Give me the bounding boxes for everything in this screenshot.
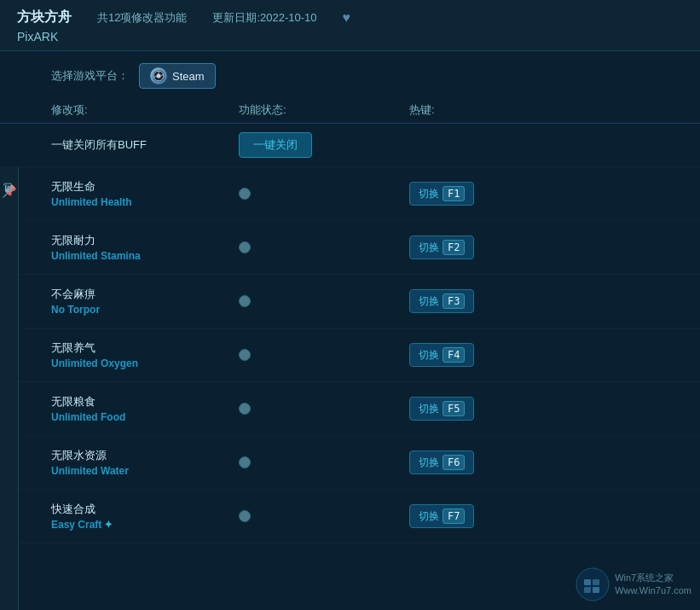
table-row: 无限粮食 Unlimited Food 切换 F5 — [19, 382, 700, 436]
watermark-text: Win7系统之家 Www.Win7u7.com — [615, 572, 691, 598]
table-header: 修改项: 功能状态: 热键: — [0, 97, 700, 124]
hotkey-button[interactable]: 切换 F7 — [409, 504, 474, 528]
hotkey-key: F7 — [443, 508, 465, 524]
hotkey-button[interactable]: 切换 F1 — [409, 182, 474, 206]
toggle-dot[interactable] — [239, 241, 251, 253]
side-tab[interactable]: 📌 角色 — [0, 167, 19, 610]
pin-icon: 📌 — [2, 184, 16, 198]
kill-switch-row: 一键关闭所有BUFF 一键关闭 — [0, 124, 700, 167]
mod-name-en: No Torpor — [51, 304, 239, 316]
hotkey-button[interactable]: 切换 F2 — [409, 235, 474, 259]
mod-info: 无限粮食 Unlimited Food — [51, 394, 239, 423]
mod-name-en: Unlimited Food — [51, 411, 239, 423]
svg-rect-3 — [584, 579, 591, 585]
header-top: 方块方舟 共12项修改器功能 更新日期:2022-10-10 ♥ — [17, 9, 683, 26]
mod-name-cn: 无限生命 — [51, 179, 239, 195]
mod-name-cn: 快速合成 — [51, 502, 239, 517]
mod-info: 无限生命 Unlimited Health — [51, 179, 239, 208]
mod-toggle-area — [239, 456, 409, 468]
table-row: 无限生命 Unlimited Health 切换 F1 — [19, 167, 700, 221]
toggle-dot[interactable] — [239, 349, 251, 361]
col-hotkey-header: 热键: — [409, 102, 683, 118]
kill-switch-status: 一键关闭 — [239, 132, 409, 158]
svg-rect-6 — [593, 587, 599, 593]
mod-hotkey-area: 切换 F7 — [409, 504, 683, 528]
mod-hotkey-area: 切换 F1 — [409, 182, 683, 206]
hotkey-button[interactable]: 切换 F6 — [409, 450, 474, 474]
app-header: 方块方舟 共12项修改器功能 更新日期:2022-10-10 ♥ PixARK — [0, 0, 700, 51]
hotkey-key: F5 — [443, 401, 465, 416]
mod-toggle-area — [239, 349, 409, 361]
hotkey-button[interactable]: 切换 F3 — [409, 289, 474, 313]
main-content: 📌 角色 无限生命 Unlimited Health 切换 F1 无限耐力 Un… — [0, 167, 700, 610]
mod-name-en: Easy Craft✦ — [51, 519, 239, 531]
win7-logo-icon — [576, 567, 610, 601]
mod-info: 不会麻痹 No Torpor — [51, 287, 239, 316]
hotkey-button[interactable]: 切换 F4 — [409, 343, 474, 367]
hotkey-key: F1 — [443, 186, 465, 201]
side-tab-label: 角色 — [2, 200, 16, 203]
toggle-dot[interactable] — [239, 188, 251, 200]
mod-name-cn: 不会麻痹 — [51, 287, 239, 302]
hotkey-prefix-label: 切换 — [419, 402, 439, 416]
mod-name-cn: 无限水资源 — [51, 448, 239, 463]
hotkey-button[interactable]: 切换 F5 — [409, 397, 474, 421]
steam-logo-icon — [150, 67, 167, 84]
col-mod-header: 修改项: — [51, 102, 239, 118]
kill-switch-label: 一键关闭所有BUFF — [51, 137, 239, 153]
toggle-dot[interactable] — [239, 456, 251, 468]
kill-all-button[interactable]: 一键关闭 — [239, 132, 312, 158]
toggle-dot[interactable] — [239, 295, 251, 307]
watermark-line1: Win7系统之家 — [615, 572, 691, 584]
game-subtitle: PixARK — [17, 30, 683, 44]
hotkey-key: F3 — [443, 293, 465, 309]
hotkey-key: F6 — [443, 455, 465, 470]
mod-hotkey-area: 切换 F6 — [409, 450, 683, 474]
toggle-dot[interactable] — [239, 403, 251, 415]
update-date: 更新日期:2022-10-10 — [212, 10, 316, 26]
steam-svg — [152, 69, 165, 83]
svg-rect-4 — [593, 579, 599, 585]
mod-name-en: Unlimited Health — [51, 196, 239, 208]
table-row: 快速合成 Easy Craft✦ 切换 F7 — [19, 490, 700, 543]
mod-hotkey-area: 切换 F3 — [409, 289, 683, 313]
mod-hotkey-area: 切换 F2 — [409, 235, 683, 259]
table-row: 不会麻痹 No Torpor 切换 F3 — [19, 275, 700, 328]
table-row: 无限养气 Unlimited Oxygen 切换 F4 — [19, 328, 700, 382]
hotkey-key: F2 — [443, 240, 465, 255]
mod-list: 无限生命 Unlimited Health 切换 F1 无限耐力 Unlimit… — [19, 167, 700, 610]
watermark-line2: Www.Win7u7.com — [615, 584, 691, 597]
mod-info: 无限耐力 Unlimited Stamina — [51, 233, 239, 262]
table-row: 无限耐力 Unlimited Stamina 切换 F2 — [19, 221, 700, 275]
mod-toggle-area — [239, 188, 409, 200]
hotkey-key: F4 — [443, 347, 465, 363]
hotkey-prefix-label: 切换 — [419, 187, 439, 201]
mod-name-en: Unlimited Water — [51, 465, 239, 477]
mod-toggle-area — [239, 403, 409, 415]
mod-info: 无限养气 Unlimited Oxygen — [51, 340, 239, 369]
game-title: 方块方舟 — [17, 9, 72, 26]
mod-name-en: Unlimited Oxygen — [51, 357, 239, 369]
steam-platform-button[interactable]: Steam — [139, 63, 216, 89]
watermark: Win7系统之家 Www.Win7u7.com — [576, 567, 691, 601]
mod-name-en: Unlimited Stamina — [51, 250, 239, 262]
mod-count: 共12项修改器功能 — [97, 10, 187, 26]
platform-label: 选择游戏平台： — [51, 68, 129, 84]
favorite-icon[interactable]: ♥ — [343, 10, 351, 26]
toggle-dot[interactable] — [239, 510, 251, 522]
hotkey-prefix-label: 切换 — [419, 241, 439, 255]
mod-info: 快速合成 Easy Craft✦ — [51, 502, 239, 531]
mod-name-cn: 无限粮食 — [51, 394, 239, 410]
mod-name-cn: 无限养气 — [51, 340, 239, 356]
steam-label: Steam — [172, 70, 205, 83]
hotkey-prefix-label: 切换 — [419, 348, 439, 363]
mod-hotkey-area: 切换 F5 — [409, 397, 683, 421]
svg-point-1 — [157, 74, 161, 78]
mod-hotkey-area: 切换 F4 — [409, 343, 683, 367]
mod-toggle-area — [239, 295, 409, 307]
star-icon: ✦ — [104, 519, 113, 531]
mod-toggle-area — [239, 241, 409, 253]
svg-rect-5 — [584, 587, 591, 593]
col-status-header: 功能状态: — [239, 102, 409, 118]
table-row: 无限水资源 Unlimited Water 切换 F6 — [19, 436, 700, 490]
